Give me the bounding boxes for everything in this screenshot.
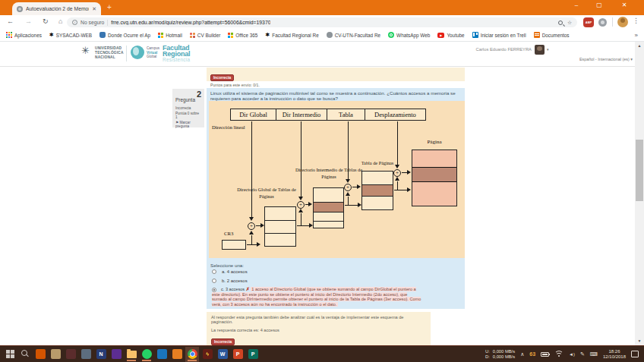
taskbar-word[interactable]: W <box>216 347 229 362</box>
question-number: 2 <box>197 90 201 99</box>
minimize-button[interactable]: – <box>571 2 582 8</box>
intermediate-directory-table <box>313 187 344 228</box>
asterisk-icon: ✱ <box>49 32 54 38</box>
forward-icon[interactable]: → <box>25 17 32 25</box>
taskbar-app-orange[interactable] <box>170 347 184 362</box>
table-row <box>314 188 343 202</box>
adblock-extension-icon[interactable]: ABP <box>583 17 594 27</box>
bookmark-cv-utn[interactable]: CV-UTN-Facultad Re <box>327 32 380 38</box>
page-scrollbar[interactable]: ▲ ▼ <box>635 42 644 345</box>
browser-profile-avatar[interactable] <box>617 17 628 27</box>
taskbar-trello[interactable] <box>155 347 169 362</box>
option-c[interactable]: c. 3 accesos ✗ 1 acceso al Directorio Gl… <box>212 287 421 307</box>
pen-icon[interactable]: ✎ <box>580 351 585 357</box>
scroll-up-icon[interactable]: ▲ <box>635 42 644 50</box>
radio-icon[interactable] <box>212 269 216 274</box>
battery-icon[interactable] <box>541 352 549 357</box>
bookmark-trello[interactable]: Iniciar sesión en Trell <box>472 32 526 38</box>
extension-icon[interactable] <box>598 18 607 27</box>
taskbar-file-explorer[interactable] <box>125 347 138 362</box>
radio-icon[interactable] <box>212 279 216 283</box>
arrow-up-icon <box>298 209 303 212</box>
wifi-icon[interactable] <box>554 351 564 357</box>
bookmark-whatsapp[interactable]: WhatsApp Web <box>388 32 430 38</box>
chevron-down-icon[interactable]: ▾ <box>547 47 549 52</box>
taskbar-chrome[interactable] <box>185 347 199 362</box>
table-row <box>265 207 295 220</box>
option-b[interactable]: b. 2 accesos <box>212 279 248 283</box>
taskbar-powerpoint[interactable]: P <box>231 347 245 362</box>
taskbar-app-store[interactable] <box>49 347 62 362</box>
utn-logo-icon: ✳ <box>81 45 90 56</box>
action-center-icon[interactable] <box>631 351 639 357</box>
close-button[interactable]: ✕ <box>619 2 630 8</box>
keyboard-icon[interactable]: ⌨ <box>590 351 598 357</box>
scroll-down-icon[interactable]: ▼ <box>635 337 644 345</box>
connector-line <box>397 181 398 190</box>
orange-app-icon <box>172 349 182 359</box>
reload-icon[interactable]: ↻ <box>43 17 49 25</box>
taskbar-app-camera[interactable] <box>33 347 47 362</box>
address-bar[interactable]: i No seguro frre.cvg.utn.edu.ar/mod/quiz… <box>67 17 577 27</box>
taskbar-whatsapp[interactable] <box>140 347 153 362</box>
radio-selected-icon[interactable] <box>212 288 216 292</box>
tray-expand-icon[interactable]: ∧ <box>520 351 524 357</box>
bookmark-star-icon[interactable]: ☆ <box>567 20 572 26</box>
user-avatar[interactable] <box>535 45 545 55</box>
security-label[interactable]: No seguro <box>80 20 104 25</box>
bookmarks-overflow-icon[interactable]: » <box>635 32 638 39</box>
temperature-badge[interactable]: 63 <box>529 351 535 357</box>
info-icon[interactable]: i <box>72 20 77 25</box>
home-icon[interactable]: ⌂ <box>58 17 62 25</box>
facultad-city-text: Resistencia <box>163 57 190 62</box>
global-directory-table <box>264 206 296 247</box>
bookmark-documentos[interactable]: Documentos <box>534 32 570 38</box>
clock[interactable]: 18:26 12/10/2018 <box>603 349 626 360</box>
taskbar-app-visual-studio[interactable] <box>109 347 123 362</box>
tab-close-icon[interactable]: ✕ <box>92 6 96 12</box>
option-a[interactable]: a. 4 accesos <box>212 269 248 274</box>
connector-line <box>251 235 252 244</box>
new-tab-button[interactable]: + <box>107 3 112 12</box>
taskbar-publisher[interactable]: P <box>246 347 260 362</box>
taskbar-search[interactable] <box>18 347 32 362</box>
back-icon[interactable]: ← <box>7 17 14 25</box>
taskbar-app-photos[interactable] <box>79 347 93 362</box>
browser-tab[interactable]: Autoevaluación 2 de Memoria y ✕ <box>12 2 101 15</box>
browser-menu-icon[interactable]: ⋮ <box>633 17 639 24</box>
scrollbar-thumb[interactable] <box>636 140 643 201</box>
flag-question-link[interactable]: ⚑ Marcar pregunta <box>175 121 201 129</box>
maximize-button[interactable]: ▢ <box>594 2 605 8</box>
flag-icon: ⚑ <box>175 121 178 124</box>
bookmark-facultad[interactable]: ✱Facultad Regional Re <box>265 32 318 38</box>
bookmark-cv-builder[interactable]: CV Builder <box>190 33 221 38</box>
bookmark-hotmail[interactable]: Hotmail <box>158 33 182 38</box>
documents-icon <box>534 32 540 38</box>
bookmark-sysacad[interactable]: ✱SYSACAD-WEB <box>49 32 92 38</box>
pagination-diagram: Dir Global Dir Intermedio Tabla Desplaza… <box>209 101 465 258</box>
user-menu[interactable]: Carlos Eduardo FERREYRA <box>433 47 532 52</box>
bookmark-youtube[interactable]: ▶Youtube <box>437 33 464 38</box>
arrow-right-icon <box>257 242 260 247</box>
time-text: 18:26 <box>603 349 626 354</box>
taskbar-app-mail[interactable] <box>64 347 77 362</box>
trello-icon <box>157 349 167 359</box>
bookmark-donde-ocurre[interactable]: Donde Ocurre el Ap <box>99 32 150 38</box>
taskbar-app-lightning[interactable]: ϟ <box>200 347 214 362</box>
bookmark-office365[interactable]: Office 365 <box>228 33 257 38</box>
bookmark-aplicaciones[interactable]: Aplicaciones <box>6 32 42 38</box>
start-button[interactable] <box>3 347 17 362</box>
taskbar-app-onenote[interactable]: N <box>94 347 108 362</box>
table-row <box>265 233 295 245</box>
zoom-icon[interactable] <box>558 20 563 25</box>
arrow-up-icon <box>346 192 350 196</box>
connector-line <box>394 190 407 190</box>
speaker-icon[interactable]: ◄) <box>569 352 575 357</box>
divider <box>126 46 127 61</box>
language-selector[interactable]: Español - Internacional (es) ▾ <box>494 57 633 61</box>
points-text: Puntos para este envío: 0/1. <box>210 83 461 87</box>
onenote-icon: N <box>96 349 106 359</box>
url-text[interactable]: frre.cvg.utn.edu.ar/mod/quiz/review.php?… <box>111 20 270 25</box>
trello-icon <box>472 32 478 38</box>
table-row <box>314 221 343 228</box>
